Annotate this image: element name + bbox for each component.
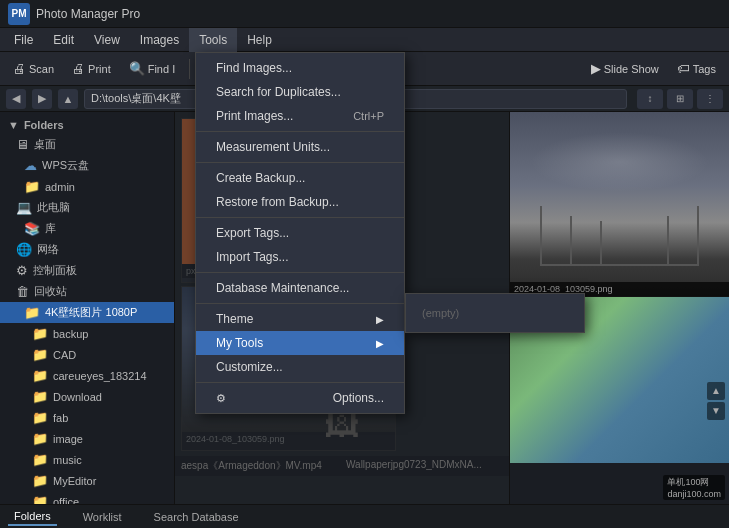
mytools-arrow-icon: ▶: [376, 338, 384, 349]
menu-search-dupes[interactable]: Search for Duplicates...: [196, 80, 404, 104]
menu-import-tags[interactable]: Import Tags...: [196, 245, 404, 269]
menu-db-maintenance[interactable]: Database Maintenance...: [196, 276, 404, 300]
menu-my-tools[interactable]: My Tools ▶: [196, 331, 404, 355]
menu-sep2: [196, 162, 404, 163]
menu-find-images[interactable]: Find Images...: [196, 56, 404, 80]
menu-sep3: [196, 217, 404, 218]
dropdown-overlay[interactable]: Find Images... Search for Duplicates... …: [0, 0, 729, 528]
menu-create-backup[interactable]: Create Backup...: [196, 166, 404, 190]
menu-print-images[interactable]: Print Images...Ctrl+P: [196, 104, 404, 128]
menu-sep1: [196, 131, 404, 132]
menu-options[interactable]: ⚙ Options...: [196, 386, 404, 410]
menu-theme[interactable]: Theme ▶: [196, 307, 404, 331]
options-gear-icon: ⚙: [216, 392, 226, 405]
menu-measurement[interactable]: Measurement Units...: [196, 135, 404, 159]
menu-customize[interactable]: Customize...: [196, 355, 404, 379]
tools-dropdown-menu: Find Images... Search for Duplicates... …: [195, 52, 405, 414]
mytools-empty: (empty): [406, 297, 584, 329]
menu-restore-backup[interactable]: Restore from Backup...: [196, 190, 404, 214]
menu-sep6: [196, 382, 404, 383]
mytools-submenu: (empty): [405, 293, 585, 333]
menu-export-tags[interactable]: Export Tags...: [196, 221, 404, 245]
menu-sep5: [196, 303, 404, 304]
menu-sep4: [196, 272, 404, 273]
theme-arrow-icon: ▶: [376, 314, 384, 325]
